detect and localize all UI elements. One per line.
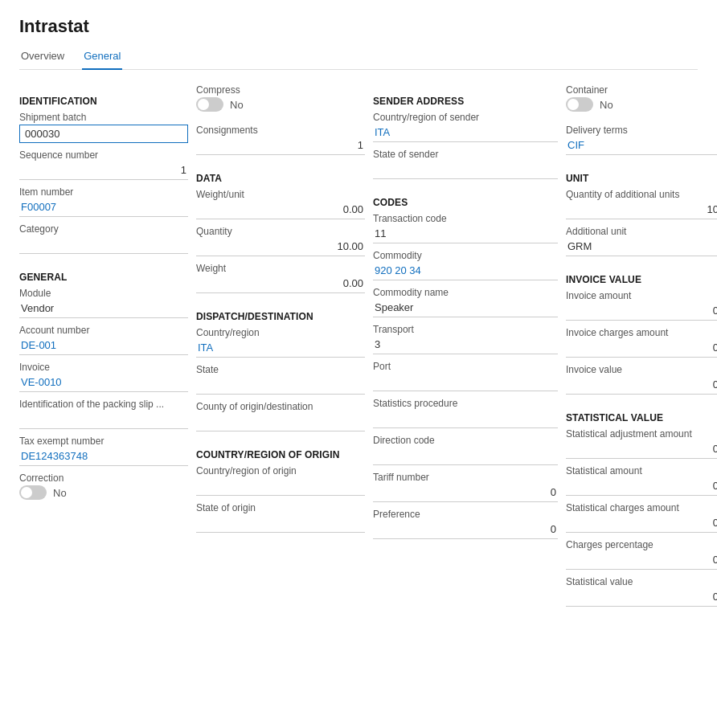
state-origin-value: [196, 515, 365, 533]
container-toggle[interactable]: [566, 97, 593, 112]
item-number-label: Item number: [19, 186, 188, 198]
column-3: SENDER ADDRESS Country/region of sender …: [373, 84, 558, 613]
consignments-field: Consignments 1: [196, 125, 365, 155]
transport-value: 3: [373, 337, 558, 354]
state-origin-label: State of origin: [196, 502, 365, 513]
consignments-value: 1: [196, 137, 365, 155]
tab-bar: Overview General: [19, 45, 698, 70]
country-region-value[interactable]: ITA: [196, 340, 365, 358]
compress-toggle[interactable]: [196, 97, 223, 112]
invoice-value-value: 0.00: [566, 377, 717, 395]
quantity-value: 10.00: [196, 239, 365, 256]
sequence-number-label: Sequence number: [19, 149, 188, 161]
charges-percentage-field: Charges percentage 0.00: [566, 539, 717, 570]
quantity-label: Quantity: [196, 226, 365, 237]
statistical-value-label: Statistical value: [566, 576, 717, 587]
weight-unit-value: 0.00: [196, 202, 365, 219]
tax-exempt-value[interactable]: DE124363748: [19, 448, 188, 466]
dispatch-title: DISPATCH/DESTINATION: [196, 311, 365, 322]
weight-field: Weight 0.00: [196, 263, 365, 293]
transaction-code-field: Transaction code 11: [373, 213, 558, 243]
weight-unit-label: Weight/unit: [196, 189, 365, 200]
commodity-name-field: Commodity name Speaker: [373, 287, 558, 317]
container-label: Container: [566, 84, 717, 96]
preference-label: Preference: [373, 509, 558, 520]
county-value: [196, 414, 365, 431]
sequence-number-field: Sequence number 1: [19, 149, 188, 180]
packing-slip-field: Identification of the packing slip ...: [19, 399, 188, 429]
page-title: Intrastat: [19, 16, 698, 37]
general-title: GENERAL: [19, 272, 188, 283]
correction-toggle-row: No: [19, 485, 188, 500]
correction-label: Correction: [19, 472, 188, 484]
tab-overview[interactable]: Overview: [19, 45, 66, 70]
tax-exempt-label: Tax exempt number: [19, 436, 188, 447]
item-number-field: Item number F00007: [19, 186, 188, 217]
country-region-label: Country/region: [196, 327, 365, 338]
shipment-batch-value[interactable]: 000030: [19, 125, 188, 143]
state-sender-value: [373, 162, 558, 179]
commodity-label: Commodity: [373, 250, 558, 261]
module-value: Vendor: [19, 301, 188, 318]
state-sender-field: State of sender: [373, 149, 558, 179]
invoice-amount-field: Invoice amount 0.00: [566, 290, 717, 321]
qty-additional-field: Quantity of additional units 10.00: [566, 189, 717, 219]
transport-field: Transport 3: [373, 324, 558, 354]
packing-slip-label: Identification of the packing slip ...: [19, 399, 188, 410]
consignments-label: Consignments: [196, 125, 365, 136]
invoice-value-field: Invoice value 0.00: [566, 364, 717, 395]
transaction-code-value: 11: [373, 226, 558, 243]
tab-general[interactable]: General: [82, 45, 122, 70]
correction-toggle-knob: [21, 487, 32, 498]
invoice-field: Invoice VE-0010: [19, 362, 188, 392]
country-sender-label: Country/region of sender: [373, 112, 558, 123]
country-sender-value[interactable]: ITA: [373, 125, 558, 142]
port-value: [373, 374, 558, 391]
direction-code-field: Direction code: [373, 435, 558, 465]
delivery-terms-value[interactable]: CIF: [566, 137, 717, 155]
column-2: Compress No Consignments 1 DATA Weight/u…: [196, 84, 365, 613]
port-field: Port: [373, 361, 558, 391]
compress-toggle-row: No: [196, 97, 365, 112]
tariff-number-value: 0: [373, 485, 558, 502]
charges-percentage-value: 0.00: [566, 552, 717, 570]
delivery-terms-field: Delivery terms CIF: [566, 125, 717, 155]
stat-charges-label: Statistical charges amount: [566, 502, 717, 513]
correction-toggle-label: No: [53, 487, 67, 499]
tariff-number-field: Tariff number 0: [373, 472, 558, 502]
state-field: State: [196, 364, 365, 395]
country-region-origin-value: [196, 478, 365, 496]
invoice-value[interactable]: VE-0010: [19, 374, 188, 392]
invoice-charges-label: Invoice charges amount: [566, 327, 717, 338]
country-region-origin-field: Country/region of origin: [196, 465, 365, 496]
correction-toggle[interactable]: [19, 485, 47, 500]
account-number-value[interactable]: DE-001: [19, 337, 188, 355]
sequence-number-value: 1: [19, 162, 188, 180]
codes-title: CODES: [373, 197, 558, 208]
state-value: [196, 377, 365, 395]
account-number-field: Account number DE-001: [19, 325, 188, 355]
statistics-procedure-field: Statistics procedure: [373, 398, 558, 428]
commodity-name-value: Speaker: [373, 300, 558, 317]
invoice-amount-value: 0.00: [566, 303, 717, 321]
county-label: County of origin/destination: [196, 401, 365, 412]
commodity-value[interactable]: 920 20 34: [373, 263, 558, 280]
module-field: Module Vendor: [19, 288, 188, 318]
stat-amount-field: Statistical amount 0.00: [566, 465, 717, 496]
shipment-batch-field: Shipment batch 000030: [19, 112, 188, 143]
port-label: Port: [373, 361, 558, 372]
preference-value: 0: [373, 521, 558, 539]
item-number-value[interactable]: F00007: [19, 199, 188, 217]
stat-adjustment-value: 0.00: [566, 441, 717, 459]
compress-label: Compress: [196, 84, 365, 96]
tariff-number-label: Tariff number: [373, 472, 558, 483]
container-field: Container No: [566, 84, 717, 118]
compress-field: Compress No: [196, 84, 365, 118]
quantity-field: Quantity 10.00: [196, 226, 365, 256]
category-field: Category: [19, 223, 188, 254]
column-4: Container No Delivery terms CIF UNIT Qua…: [566, 84, 717, 613]
module-label: Module: [19, 288, 188, 299]
invoice-amount-label: Invoice amount: [566, 290, 717, 301]
unit-title: UNIT: [566, 173, 717, 184]
main-content: IDENTIFICATION Shipment batch 000030 Seq…: [19, 84, 698, 613]
